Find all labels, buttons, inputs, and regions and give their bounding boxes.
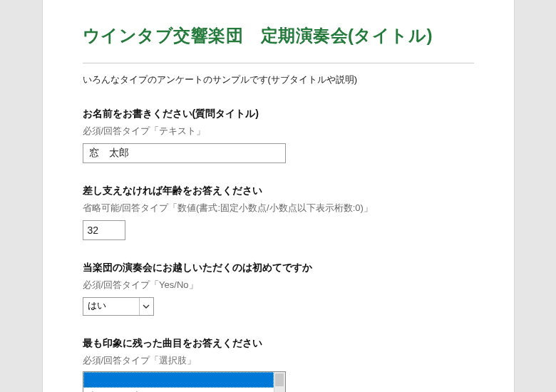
page-title: ウインタブ交響楽団 定期演奏会(タイトル) <box>83 24 474 47</box>
question-help: 必須/回答タイプ「選択肢」 <box>83 354 474 367</box>
scrollbar-track[interactable] <box>274 372 285 392</box>
age-input[interactable] <box>83 220 125 240</box>
form-page: ウインタブ交響楽団 定期演奏会(タイトル) いろんなタイプのアンケートのサンプル… <box>42 0 515 392</box>
question-title: 最も印象に残った曲目をお答えください <box>83 337 474 350</box>
scrollbar-thumb[interactable] <box>275 373 284 386</box>
page-subtitle: いろんなタイプのアンケートのサンプルです(サブタイトルや説明) <box>83 73 474 86</box>
question-favorite-piece: 最も印象に残った曲目をお答えください 必須/回答タイプ「選択肢」 古風なタブレッ… <box>83 337 474 392</box>
question-title: 当楽団の演奏会にお越しいただくのは初めてですか <box>83 262 474 274</box>
question-first-time: 当楽団の演奏会にお越しいただくのは初めてですか 必須/回答タイプ「Yes/No」… <box>83 262 474 316</box>
yesno-select[interactable]: はい <box>83 297 154 316</box>
piece-listbox[interactable]: 古風なタブレット <box>83 371 286 392</box>
question-name: お名前をお書きください(質問タイトル) 必須/回答タイプ「テキスト」 <box>83 108 474 163</box>
question-title: お名前をお書きください(質問タイトル) <box>83 108 474 120</box>
question-help: 省略可能/回答タイプ「数値(書式:固定小数点/小数点以下表示桁数:0)」 <box>83 202 474 215</box>
question-help: 必須/回答タイプ「Yes/No」 <box>83 279 474 292</box>
list-option[interactable]: 古風なタブレット <box>83 388 274 392</box>
name-input[interactable] <box>83 143 286 163</box>
chevron-down-icon <box>139 298 153 315</box>
question-help: 必須/回答タイプ「テキスト」 <box>83 125 474 138</box>
question-title: 差し支えなければ年齢をお答えください <box>83 185 474 197</box>
list-option-blank[interactable] <box>83 372 274 388</box>
divider <box>83 63 474 63</box>
question-age: 差し支えなければ年齢をお答えください 省略可能/回答タイプ「数値(書式:固定小数… <box>83 185 474 240</box>
